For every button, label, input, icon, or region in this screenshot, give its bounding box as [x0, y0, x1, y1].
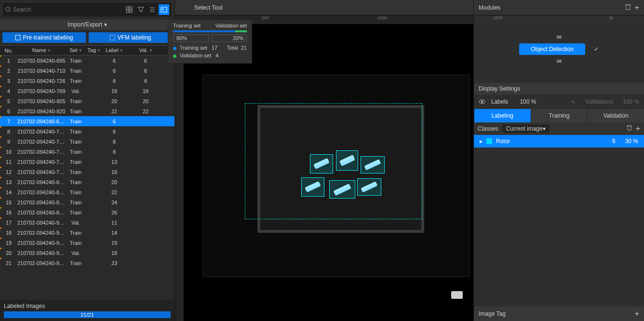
object-graphic [313, 158, 330, 170]
marker-triangle-icon [0, 207, 2, 209]
th-name[interactable]: Name ▾ [17, 47, 66, 54]
th-label[interactable]: Label ▾ [102, 47, 126, 54]
svg-rect-12 [110, 35, 115, 40]
labeled-images-label: Labeled Images [4, 303, 171, 309]
modules-header: Modules + [474, 0, 644, 15]
th-no[interactable]: No. [0, 48, 17, 54]
ds-labels: Labels [491, 98, 508, 105]
table-row[interactable]: 5210702-094240-805Train2020 [0, 96, 174, 106]
list-view-icon[interactable] [147, 4, 158, 15]
table-row[interactable]: 7210702-094240-69...Train6 [0, 116, 174, 126]
bounding-box[interactable] [357, 178, 381, 196]
module-check-icon[interactable]: ✓ [594, 46, 599, 53]
training-split-panel: Training set Validation set 80% 20% Trai… [168, 19, 252, 64]
eye-icon[interactable] [479, 99, 485, 104]
marker-triangle-icon [0, 217, 2, 219]
th-set[interactable]: Set ▾ [66, 47, 86, 54]
marker-triangle-icon [0, 187, 2, 189]
module-handle-bottom[interactable] [557, 60, 562, 63]
svg-rect-2 [126, 7, 129, 9]
bounding-box[interactable] [310, 154, 333, 174]
table-row[interactable]: 18210702-094240-93...Train14 [0, 227, 174, 238]
train-pct-input[interactable]: 80% [173, 34, 209, 42]
bounding-box[interactable] [329, 180, 355, 199]
marker-triangle-icon [0, 66, 2, 67]
marker-triangle-icon [0, 86, 2, 88]
table-body[interactable]: 1210702-094240-695Train662210702-094240-… [0, 55, 174, 300]
svg-rect-18 [628, 126, 631, 130]
object-graphic [339, 155, 355, 166]
delete-module-icon[interactable] [625, 3, 631, 12]
marker-triangle-icon [0, 106, 2, 108]
marker-triangle-icon [0, 258, 2, 260]
table-row[interactable]: 2210702-094240-710Train66 [0, 66, 174, 76]
table-row[interactable]: 9210702-094240-72...Train8 [0, 136, 174, 147]
pretrained-labeling-button[interactable]: Pre-trained labeling [2, 32, 86, 43]
split-slider[interactable] [173, 30, 247, 32]
image-tag-label: Image Tag [479, 310, 506, 317]
tab-validation[interactable]: Validation [587, 109, 644, 122]
image-mode-icon[interactable] [159, 4, 169, 15]
add-tag-icon[interactable]: + [635, 309, 639, 318]
val-pct-input[interactable]: 20% [212, 34, 247, 42]
table-row[interactable]: 20210702-094240-96...Val.18 [0, 248, 174, 258]
module-canvas[interactable]: Object Detection ✓ [474, 15, 644, 83]
table-row[interactable]: 11210702-094240-77...Train13 [0, 157, 174, 167]
class-color-swatch[interactable] [486, 138, 492, 144]
table-row[interactable]: 17210702-094240-91...Val.11 [0, 217, 174, 227]
ds-validations-pct: 100 % [623, 98, 639, 105]
marker-triangle-icon [0, 55, 2, 57]
marker-triangle-icon [0, 197, 2, 199]
val-dot-icon [173, 54, 176, 58]
svg-rect-4 [126, 10, 129, 13]
module-block[interactable]: Object Detection [519, 43, 585, 55]
table-row[interactable]: 10210702-094240-74...Train8 [0, 147, 174, 157]
table-row[interactable]: 14210702-094240-82...Train22 [0, 187, 174, 197]
th-tag[interactable]: Tag ▾ [86, 47, 102, 54]
tab-training[interactable]: Training [531, 109, 588, 122]
svg-point-0 [6, 7, 10, 11]
main-image[interactable] [202, 75, 470, 277]
search-input[interactable] [13, 6, 124, 13]
roi-outline[interactable] [245, 103, 422, 219]
table-row[interactable]: 19210702-094240-94...Train19 [0, 238, 174, 248]
table-row[interactable]: 3210702-094240-726Train88 [0, 76, 174, 86]
module-handle-top[interactable] [557, 36, 562, 39]
class-row[interactable]: ▸ Rotor 6 30 % [474, 135, 644, 147]
object-graphic [364, 159, 381, 170]
table-row[interactable]: 16210702-094240-85...Train26 [0, 207, 174, 217]
svg-rect-11 [15, 35, 20, 40]
tab-labeling[interactable]: Labeling [474, 109, 531, 122]
table-row[interactable]: 15210702-094240-83...Train24 [0, 197, 174, 207]
th-val[interactable]: Val. ▾ [126, 47, 165, 54]
classes-header: Classes Current image▾ + [474, 122, 644, 135]
image-tag-section: Image Tag + [474, 307, 644, 321]
keyboard-icon[interactable] [451, 291, 463, 299]
classes-scope-dropdown[interactable]: Current image▾ [502, 124, 550, 133]
table-row[interactable]: 6210702-094240-820Train2222 [0, 106, 174, 116]
train-count: 17 [212, 45, 217, 51]
labeled-footer: Labeled Images 21/21 [0, 300, 174, 321]
svg-rect-3 [130, 7, 132, 9]
table-row[interactable]: 21210702-094240-97...Train23 [0, 258, 174, 268]
bounding-box[interactable] [361, 156, 385, 174]
canvas-area[interactable]: ROI [175, 24, 473, 321]
table-row[interactable]: 4210702-094240-789Val.1818 [0, 86, 174, 96]
thumbnail-view-icon[interactable] [124, 4, 134, 15]
bounding-box[interactable] [301, 177, 324, 197]
delete-class-icon[interactable] [627, 124, 632, 133]
add-module-icon[interactable]: + [635, 3, 639, 12]
vfm-labeling-button[interactable]: VFM labeling [89, 32, 172, 43]
table-row[interactable]: 13210702-094240-80...Train20 [0, 177, 174, 187]
marker-triangle-icon [0, 227, 2, 229]
filter-icon[interactable] [135, 4, 146, 15]
table-row[interactable]: 8210702-094240-71...Train6 [0, 126, 174, 136]
add-class-icon[interactable]: + [636, 124, 640, 133]
import-export-button[interactable]: Import/Export ▾ [0, 19, 174, 30]
table-row[interactable]: 12210702-094240-78...Train18 [0, 167, 174, 177]
svg-line-1 [9, 11, 11, 12]
bounding-box[interactable] [336, 150, 358, 171]
table-row[interactable]: 1210702-094240-695Train66 [0, 55, 174, 66]
ruler-tick: 1000 [377, 15, 387, 20]
object-graphic [333, 183, 351, 195]
